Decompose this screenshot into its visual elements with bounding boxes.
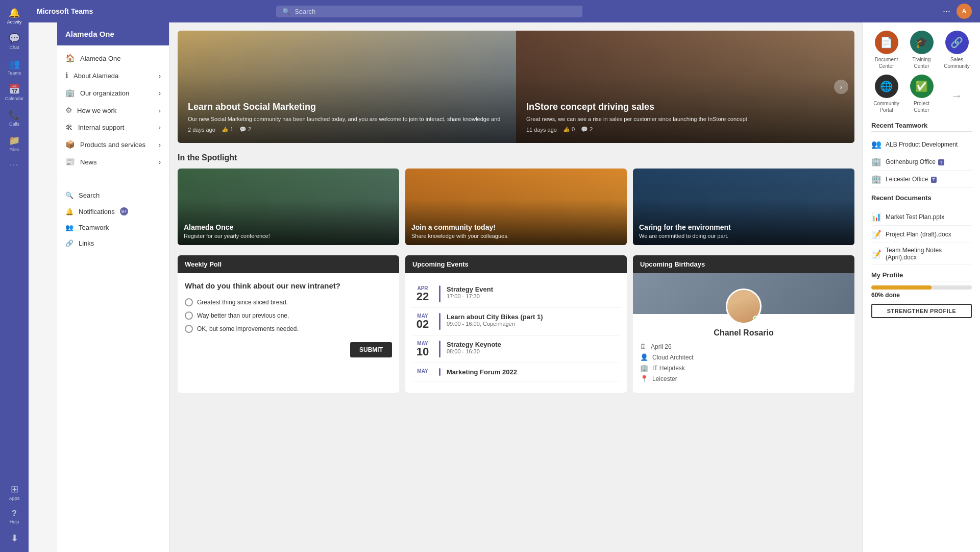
poll-submit-button[interactable]: SUBMIT — [350, 342, 392, 357]
sidebar-bottom: 🔍 Search 🔔 Notifications 9+ 👥 Teamwork 🔗… — [57, 183, 169, 255]
rail-item-chat[interactable]: 💬 Chat — [2, 30, 27, 53]
profile-percentage: 60% done — [871, 292, 972, 299]
birthdays-card: Upcoming Birthdays Chanel Rosario 🗓 Apri… — [633, 255, 854, 393]
search-icon: 🔍 — [65, 191, 74, 199]
sidebar-header: Alameda One — [57, 22, 169, 45]
bottom-row: Weekly Poll What do you think about our … — [178, 255, 854, 393]
notification-badge: 9+ — [120, 207, 128, 215]
birthday-dept: 🏢 IT Helpdesk — [640, 364, 847, 372]
teamwork-item-3[interactable]: 🏢 Leicester Office T — [871, 171, 972, 188]
rail-item-activity[interactable]: 🔔 Activity — [2, 4, 27, 28]
more-options-icon[interactable]: ··· — [943, 6, 950, 17]
poll-question: What do you think about our new intranet… — [185, 280, 392, 291]
sidebar-item-about-alameda[interactable]: ℹ About Alameda › — [57, 67, 169, 84]
sidebar-item-our-organization[interactable]: 🏢 Our organization › — [57, 84, 169, 102]
rail-item-files[interactable]: 📁 Files — [2, 132, 27, 155]
birthday-info: Chanel Rosario 🗓 April 26 👤 Cloud Archit… — [633, 314, 854, 393]
spotlight-item-2[interactable]: Join a community today! Share knowledge … — [405, 169, 627, 245]
news-icon: 📰 — [65, 157, 75, 166]
sidebar-item-alameda-one[interactable]: 🏠 Alameda One — [57, 50, 169, 67]
sales-community-icon: 🔗 — [945, 31, 969, 54]
support-icon: 🛠 — [65, 123, 73, 132]
app-title: Microsoft Teams — [37, 7, 93, 15]
quicklink-community-portal[interactable]: 🌐 Community Portal — [871, 75, 901, 113]
quicklink-document-center[interactable]: 📄 Document Center — [871, 31, 901, 69]
user-avatar[interactable]: A — [957, 4, 972, 19]
teamwork-item-2[interactable]: 🏢 Gothenburg Office T — [871, 153, 972, 171]
org-icon: 🏢 — [65, 88, 75, 98]
rail-item-download[interactable]: ⬇ — [2, 530, 27, 548]
arrow-right-icon: → — [951, 89, 963, 103]
events-body: APR 22 Strategy Event 17:00 - 17:30 MAY … — [405, 273, 627, 389]
doc-item-2[interactable]: 📝 Project Plan (draft).docx — [871, 226, 972, 243]
products-icon: 📦 — [65, 140, 75, 149]
hero-item-1[interactable]: Learn about Social Marketing Our new Soc… — [178, 31, 516, 143]
poll-body: What do you think about our new intranet… — [178, 273, 399, 345]
quicklink-training-center[interactable]: 🎓 Training Center — [906, 31, 937, 69]
strengthen-profile-button[interactable]: STRENGTHEN PROFILE — [871, 304, 972, 318]
rail-item-more[interactable]: ··· — [2, 157, 27, 172]
office-icon: 🏢 — [871, 157, 881, 166]
birthdays-header: Upcoming Birthdays — [633, 255, 854, 273]
sidebar-item-products-and-services[interactable]: 📦 Products and services › — [57, 136, 169, 153]
event-item-1[interactable]: APR 22 Strategy Event 17:00 - 17:30 — [412, 280, 620, 308]
sidebar-item-how-we-work[interactable]: ⚙ How we work › — [57, 102, 169, 119]
sidebar: Alameda One 🏠 Alameda One ℹ About Alamed… — [57, 22, 169, 552]
hero-item-2[interactable]: InStore concept driving sales Great news… — [516, 31, 854, 143]
rail-item-calendar[interactable]: 📅 Calendar — [2, 81, 27, 104]
sidebar-item-links[interactable]: 🔗 Links — [57, 235, 169, 251]
quicklink-more[interactable]: → — [942, 79, 972, 113]
sidebar-divider — [57, 179, 169, 179]
online-status-dot — [753, 316, 759, 322]
sidebar-item-internal-support[interactable]: 🛠 Internal support › — [57, 119, 169, 136]
top-bar: Microsoft Teams 🔍 ··· A — [29, 0, 980, 22]
chevron-right-icon: › — [159, 72, 161, 80]
person-icon: 👤 — [640, 353, 648, 361]
doc-item-3[interactable]: 📝 Team Meeting Notes (April).docx — [871, 243, 972, 265]
spotlight-item-1[interactable]: Alameda Once Register for our yearly con… — [178, 169, 399, 245]
teamwork-item-1[interactable]: 👥 ALB Product Development — [871, 136, 972, 153]
poll-radio-1[interactable] — [185, 298, 193, 306]
training-center-icon: 🎓 — [910, 31, 934, 54]
poll-option-3[interactable]: OK, but some improvements needed. — [185, 325, 392, 333]
left-rail: 🔔 Activity 💬 Chat 👥 Teams 📅 Calendar 📞 C… — [0, 0, 29, 552]
profile-section: My Profile 60% done STRENGTHEN PROFILE — [871, 271, 972, 318]
sidebar-item-notifications[interactable]: 🔔 Notifications 9+ — [57, 203, 169, 220]
profile-label: My Profile — [871, 271, 972, 281]
hero-next-button[interactable]: › — [834, 80, 848, 94]
quicklink-project-center[interactable]: ✅ Project Center — [906, 75, 937, 113]
event-item-2[interactable]: MAY 02 Learn about City Bikes (part 1) 0… — [412, 308, 620, 335]
search-bar[interactable]: 🔍 — [276, 6, 582, 17]
rail-item-calls[interactable]: 📞 Calls — [2, 106, 27, 130]
rail-item-help[interactable]: ? Help — [2, 506, 27, 527]
chevron-right-icon: › — [159, 124, 161, 131]
poll-option-2[interactable]: Way better than our previous one. — [185, 311, 392, 320]
sidebar-nav: 🏠 Alameda One ℹ About Alameda › 🏢 Our or… — [57, 45, 169, 175]
search-input[interactable] — [295, 8, 576, 15]
notifications-icon: 🔔 — [65, 208, 74, 215]
recent-teamwork-header: Recent Teamwork — [871, 122, 972, 132]
rail-item-teams[interactable]: 👥 Teams — [2, 55, 27, 79]
quick-links: 📄 Document Center 🎓 Training Center 🔗 Sa… — [871, 31, 972, 113]
teams-icon: 👥 — [9, 58, 20, 69]
people-icon: 👥 — [871, 139, 881, 149]
hero-content-2: InStore concept driving sales Great news… — [526, 102, 749, 133]
files-icon: 📁 — [9, 135, 20, 146]
sidebar-item-search[interactable]: 🔍 Search — [57, 187, 169, 203]
doc-item-1[interactable]: 📊 Market Test Plan.pptx — [871, 208, 972, 226]
chevron-right-icon: › — [159, 107, 161, 114]
poll-radio-2[interactable] — [185, 311, 193, 320]
poll-radio-3[interactable] — [185, 325, 193, 333]
poll-option-1[interactable]: Greatest thing since sliced bread. — [185, 298, 392, 306]
spotlight-item-3[interactable]: Caring for the environment We are commit… — [633, 169, 854, 245]
quicklink-sales-community[interactable]: 🔗 Sales Community — [942, 31, 972, 69]
poll-header: Weekly Poll — [178, 255, 399, 273]
profile-progress-fill — [871, 285, 932, 290]
content-area: Learn about Social Marketing Our new Soc… — [169, 22, 863, 552]
chevron-right-icon: › — [159, 158, 161, 166]
sidebar-item-teamwork[interactable]: 👥 Teamwork — [57, 220, 169, 235]
event-item-4[interactable]: MAY Marketing Forum 2022 — [412, 363, 620, 381]
sidebar-item-news[interactable]: 📰 News › — [57, 153, 169, 171]
rail-item-apps[interactable]: ⊞ Apps — [2, 481, 27, 504]
event-item-3[interactable]: MAY 10 Strategy Keynote 08:00 - 16:30 — [412, 335, 620, 363]
